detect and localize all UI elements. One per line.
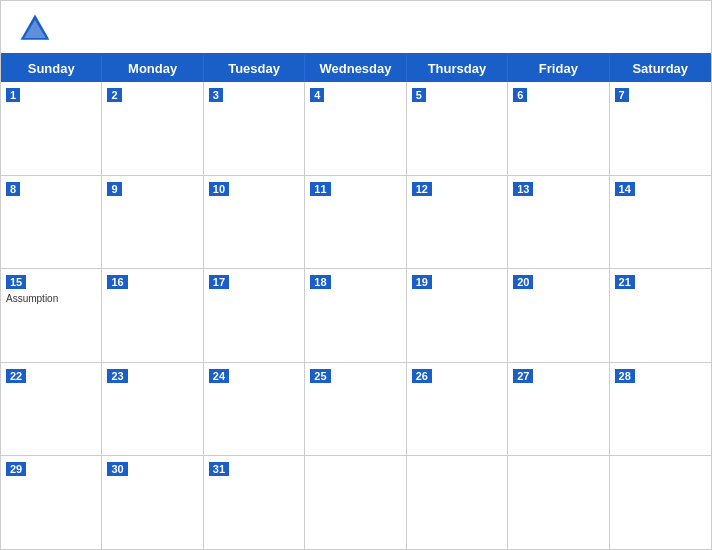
day-cell: 11 (305, 176, 406, 269)
day-number: 13 (513, 182, 533, 196)
day-cell: 27 (508, 363, 609, 456)
day-cell: 31 (204, 456, 305, 549)
logo (17, 11, 57, 47)
day-cell: 30 (102, 456, 203, 549)
day-cell: 22 (1, 363, 102, 456)
day-headers: SundayMondayTuesdayWednesdayThursdayFrid… (1, 55, 711, 82)
calendar: SundayMondayTuesdayWednesdayThursdayFrid… (0, 0, 712, 550)
day-cell: 17 (204, 269, 305, 362)
day-number: 27 (513, 369, 533, 383)
day-header-friday: Friday (508, 55, 609, 82)
day-cell: 8 (1, 176, 102, 269)
day-number: 14 (615, 182, 635, 196)
day-header-wednesday: Wednesday (305, 55, 406, 82)
day-number: 3 (209, 88, 223, 102)
day-cell: 2 (102, 82, 203, 175)
day-cell: 16 (102, 269, 203, 362)
holiday-label: Assumption (6, 293, 96, 304)
day-cell: 10 (204, 176, 305, 269)
day-cell (508, 456, 609, 549)
day-number: 17 (209, 275, 229, 289)
day-number: 7 (615, 88, 629, 102)
day-number: 11 (310, 182, 330, 196)
day-number: 22 (6, 369, 26, 383)
day-number: 20 (513, 275, 533, 289)
week-row-3: 15Assumption161718192021 (1, 269, 711, 363)
day-number: 1 (6, 88, 20, 102)
day-header-monday: Monday (102, 55, 203, 82)
day-cell: 5 (407, 82, 508, 175)
logo-icon (17, 11, 53, 47)
day-cell: 1 (1, 82, 102, 175)
day-number: 2 (107, 88, 121, 102)
weeks-container: 123456789101112131415Assumption161718192… (1, 82, 711, 549)
week-row-2: 891011121314 (1, 176, 711, 270)
calendar-header (1, 1, 711, 53)
day-cell: 24 (204, 363, 305, 456)
day-number: 31 (209, 462, 229, 476)
day-cell: 29 (1, 456, 102, 549)
day-number: 29 (6, 462, 26, 476)
day-number: 16 (107, 275, 127, 289)
day-header-sunday: Sunday (1, 55, 102, 82)
day-cell: 23 (102, 363, 203, 456)
day-number: 5 (412, 88, 426, 102)
day-number: 9 (107, 182, 121, 196)
day-header-thursday: Thursday (407, 55, 508, 82)
day-cell: 21 (610, 269, 711, 362)
day-number: 23 (107, 369, 127, 383)
day-cell: 6 (508, 82, 609, 175)
day-number: 4 (310, 88, 324, 102)
day-cell: 18 (305, 269, 406, 362)
day-cell: 15Assumption (1, 269, 102, 362)
day-cell: 4 (305, 82, 406, 175)
day-number: 28 (615, 369, 635, 383)
week-row-1: 1234567 (1, 82, 711, 176)
day-number: 24 (209, 369, 229, 383)
day-cell: 3 (204, 82, 305, 175)
day-cell: 9 (102, 176, 203, 269)
day-cell: 19 (407, 269, 508, 362)
day-header-saturday: Saturday (610, 55, 711, 82)
week-row-4: 22232425262728 (1, 363, 711, 457)
day-number: 10 (209, 182, 229, 196)
day-cell: 28 (610, 363, 711, 456)
day-cell (610, 456, 711, 549)
day-number: 8 (6, 182, 20, 196)
day-cell: 14 (610, 176, 711, 269)
day-cell (407, 456, 508, 549)
day-cell: 26 (407, 363, 508, 456)
day-cell: 20 (508, 269, 609, 362)
day-cell (305, 456, 406, 549)
day-number: 19 (412, 275, 432, 289)
day-number: 30 (107, 462, 127, 476)
day-header-tuesday: Tuesday (204, 55, 305, 82)
day-number: 15 (6, 275, 26, 289)
day-number: 26 (412, 369, 432, 383)
day-number: 25 (310, 369, 330, 383)
day-number: 12 (412, 182, 432, 196)
day-number: 6 (513, 88, 527, 102)
day-cell: 12 (407, 176, 508, 269)
week-row-5: 293031 (1, 456, 711, 549)
day-cell: 25 (305, 363, 406, 456)
day-cell: 13 (508, 176, 609, 269)
calendar-grid: SundayMondayTuesdayWednesdayThursdayFrid… (1, 53, 711, 549)
day-number: 18 (310, 275, 330, 289)
day-number: 21 (615, 275, 635, 289)
day-cell: 7 (610, 82, 711, 175)
